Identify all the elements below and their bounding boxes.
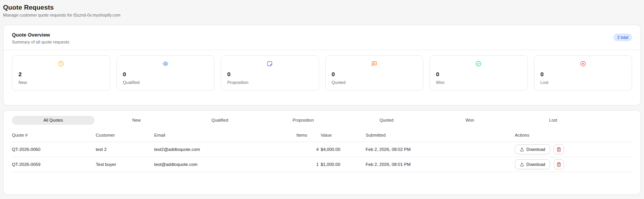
- trash-icon: [556, 147, 561, 152]
- download-button-label: Download: [526, 147, 545, 152]
- table-row: QT-2026-0060 test 2 test2@addtoquote.com…: [12, 142, 632, 157]
- tab-lost[interactable]: Lost: [512, 116, 594, 125]
- total-count-badge: 2 total: [613, 33, 632, 41]
- items-cell: 4: [296, 142, 319, 157]
- col-header-actions: Actions: [515, 130, 632, 142]
- stat-card-new: 2 New: [12, 55, 110, 91]
- quote-number-cell: QT-2026-0060: [12, 142, 96, 157]
- stat-card-quoted: 0 Quoted: [325, 55, 424, 91]
- download-button[interactable]: Download: [515, 159, 550, 169]
- tab-new[interactable]: New: [95, 116, 178, 125]
- overview-title: Quote Overview: [12, 32, 69, 38]
- table-header-row: Quote # Customer Email Items Value Submi…: [12, 130, 632, 142]
- email-cell: test2@addtoquote.com: [154, 142, 296, 157]
- page-subtitle: Manage customer quote requests for t5zzn…: [3, 13, 641, 17]
- tab-proposition[interactable]: Proposition: [262, 116, 344, 125]
- trash-icon: [556, 162, 561, 167]
- upload-icon: [520, 147, 524, 152]
- col-header-quote-number: Quote #: [12, 130, 96, 142]
- stat-value: 0: [436, 71, 521, 77]
- stat-card-lost: 0 Lost: [534, 55, 632, 91]
- stat-value: 0: [332, 71, 417, 77]
- upload-icon: [520, 162, 524, 167]
- submitted-cell: Feb 2, 2026, 08:02 PM: [366, 142, 515, 157]
- tab-all-quotes[interactable]: All Quotes: [12, 116, 95, 125]
- download-button-label: Download: [526, 162, 545, 167]
- stat-card-qualified: 0 Qualified: [116, 55, 215, 91]
- quotes-table: Quote # Customer Email Items Value Submi…: [12, 130, 632, 172]
- col-header-items: Items: [296, 130, 319, 142]
- stat-label: Quoted: [332, 80, 417, 85]
- table-row: QT-2026-0059 Test buyer test@addtoquote.…: [12, 157, 632, 172]
- col-header-value: Value: [319, 130, 366, 142]
- stat-card-proposition: 0 Proposition: [221, 55, 319, 91]
- stat-label: Qualified: [123, 80, 208, 85]
- stat-card-won: 0 Won: [429, 55, 528, 91]
- delete-button[interactable]: [554, 159, 564, 169]
- tab-won[interactable]: Won: [429, 116, 511, 125]
- col-header-email: Email: [154, 130, 296, 142]
- clock-icon: [18, 61, 104, 67]
- overview-subtitle: Summary of all quote requests: [12, 40, 69, 44]
- eye-icon: [123, 61, 208, 67]
- quote-overview-header: Quote Overview Summary of all quote requ…: [3, 25, 641, 50]
- submitted-cell: Feb 2, 2026, 08:01 PM: [366, 157, 515, 172]
- quote-requests-page: Quote Requests Manage customer quote req…: [0, 0, 644, 195]
- tab-qualified[interactable]: Qualified: [178, 116, 261, 125]
- stat-value: 0: [123, 71, 208, 77]
- x-circle-icon: [541, 61, 626, 67]
- items-cell: 1: [296, 157, 319, 172]
- delete-button[interactable]: [554, 144, 564, 154]
- col-header-submitted: Submitted: [366, 130, 515, 142]
- quote-overview-card: Quote Overview Summary of all quote requ…: [3, 25, 641, 105]
- message-icon: [332, 61, 417, 67]
- stat-value: 0: [541, 71, 626, 77]
- quote-number-cell: QT-2026-0059: [12, 157, 96, 172]
- value-cell: $4,000.00: [319, 142, 366, 157]
- stat-value: 0: [227, 71, 313, 77]
- stat-label: Lost: [541, 80, 626, 85]
- stat-label: Proposition: [227, 80, 313, 85]
- quotes-list-card: All Quotes New Qualified Proposition Quo…: [3, 110, 641, 195]
- stat-label: Won: [436, 80, 521, 85]
- customer-cell: Test buyer: [96, 157, 154, 172]
- tab-quoted[interactable]: Quoted: [345, 116, 428, 125]
- col-header-customer: Customer: [96, 130, 154, 142]
- customer-cell: test 2: [96, 142, 154, 157]
- status-tabs: All Quotes New Qualified Proposition Quo…: [12, 116, 594, 125]
- stat-label: New: [18, 80, 104, 85]
- stats-row: 2 New 0 Qualified 0 Proposition: [3, 50, 641, 105]
- email-cell: test@addtoquote.com: [154, 157, 296, 172]
- actions-cell: Download: [515, 159, 632, 169]
- sticky-note-icon: [227, 61, 313, 67]
- check-circle-icon: [436, 61, 521, 67]
- download-button[interactable]: Download: [515, 144, 550, 154]
- value-cell: $1,000.00: [319, 157, 366, 172]
- actions-cell: Download: [515, 144, 632, 154]
- page-title: Quote Requests: [3, 4, 641, 12]
- stat-value: 2: [18, 71, 104, 77]
